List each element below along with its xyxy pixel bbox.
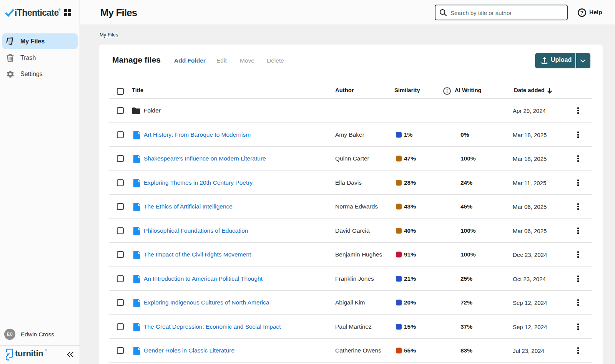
svg-text:?: ? — [580, 10, 584, 16]
